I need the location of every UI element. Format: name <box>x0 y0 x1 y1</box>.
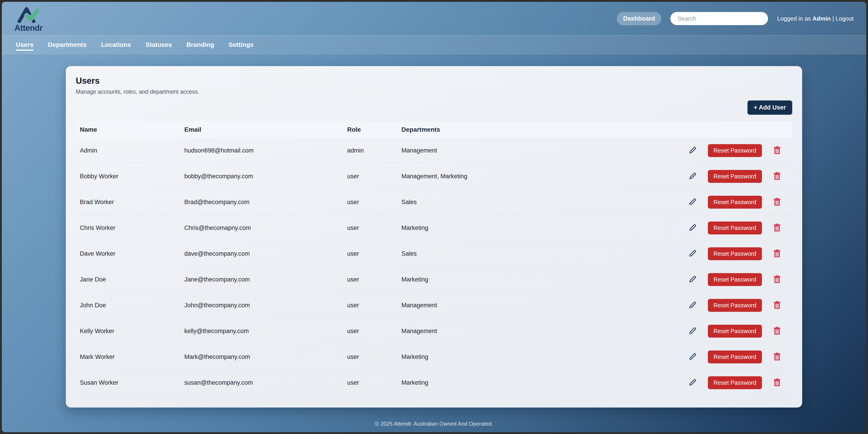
tab-departments[interactable]: Departments <box>48 35 87 54</box>
window-frame: Attendr Dashboard Logged in as Admin | L… <box>0 0 868 434</box>
delete-user-button[interactable] <box>773 378 781 387</box>
cell-departments: Marketing <box>397 215 698 241</box>
delete-user-button[interactable] <box>773 275 781 284</box>
delete-user-button[interactable] <box>773 197 781 207</box>
cell-name: Jane Doe <box>76 267 180 293</box>
pencil-icon <box>688 172 697 181</box>
column-header-name: Name <box>76 121 180 138</box>
cell-role: user <box>343 190 397 215</box>
mountain-check-logo-icon <box>16 6 41 23</box>
edit-user-button[interactable] <box>688 275 697 284</box>
reset-password-button[interactable]: Reset Password <box>708 196 762 209</box>
cell-email: dave@thecompany.com <box>180 241 343 267</box>
edit-user-button[interactable] <box>688 378 697 387</box>
pencil-icon <box>688 378 697 387</box>
table-header-row: Name Email Role Departments <box>76 121 792 138</box>
table-row: Jane Doe Jane@thecompany.com user Market… <box>76 267 792 293</box>
cell-role: user <box>343 267 397 293</box>
reset-password-button[interactable]: Reset Password <box>708 376 762 389</box>
column-header-email: Email <box>180 121 343 138</box>
reset-password-button[interactable]: Reset Password <box>708 247 762 260</box>
edit-user-button[interactable] <box>688 326 697 336</box>
cell-email: Chris@thecomapny.com <box>180 215 343 241</box>
reset-password-button[interactable]: Reset Password <box>708 170 762 183</box>
cell-name: Admin <box>76 138 180 164</box>
edit-user-button[interactable] <box>688 146 697 155</box>
trash-icon <box>773 172 781 181</box>
cell-actions: Reset Password <box>698 190 792 215</box>
delete-user-button[interactable] <box>773 300 781 310</box>
cell-name: Susan Worker <box>76 370 180 396</box>
cell-email: hudson698@hotmail.com <box>180 138 343 164</box>
edit-user-button[interactable] <box>688 352 697 362</box>
cell-actions: Reset Password <box>698 267 792 293</box>
table-row: Brad Worker Brad@thecompany.com user Sal… <box>76 190 792 215</box>
table-row: Bobby Worker bobby@thecompany.com user M… <box>76 164 792 190</box>
cell-email: kelly@thecompany.com <box>180 318 343 344</box>
trash-icon <box>773 275 781 284</box>
trash-icon <box>773 223 781 233</box>
logout-link[interactable]: Logout <box>835 15 854 22</box>
edit-user-button[interactable] <box>688 300 697 310</box>
cell-role: user <box>343 241 397 267</box>
reset-password-button[interactable]: Reset Password <box>708 325 762 338</box>
delete-user-button[interactable] <box>773 223 781 233</box>
tab-statuses[interactable]: Statuses <box>146 35 172 54</box>
tab-branding[interactable]: Branding <box>186 35 214 54</box>
trash-icon <box>773 197 781 207</box>
cell-departments: Marketing <box>397 344 698 370</box>
pencil-icon <box>688 300 697 310</box>
tab-settings[interactable]: Settings <box>229 35 253 54</box>
header-actions: Dashboard Logged in as Admin | Logout <box>617 12 854 25</box>
cell-email: susan@thecompany.com <box>180 370 343 396</box>
edit-user-button[interactable] <box>688 197 697 207</box>
cell-actions: Reset Password <box>698 344 792 370</box>
tab-users[interactable]: Users <box>16 35 33 54</box>
cell-actions: Reset Password <box>698 138 792 164</box>
reset-password-button[interactable]: Reset Password <box>708 350 762 364</box>
pencil-icon <box>688 249 697 259</box>
page-title: Users <box>76 76 792 86</box>
brand-wordmark: Attendr <box>14 23 43 33</box>
cell-email: Brad@thecompany.com <box>180 190 343 215</box>
column-header-role: Role <box>343 121 397 138</box>
tab-locations[interactable]: Locations <box>101 35 131 54</box>
column-header-departments: Departments <box>397 121 698 138</box>
cell-role: user <box>343 293 397 318</box>
search-input[interactable] <box>670 12 768 25</box>
reset-password-button[interactable]: Reset Password <box>708 299 762 312</box>
reset-password-button[interactable]: Reset Password <box>708 222 762 234</box>
main-content: Users Manage accounts, roles, and depart… <box>2 54 866 432</box>
add-user-button[interactable]: + Add User <box>747 100 792 115</box>
reset-password-button[interactable]: Reset Password <box>708 144 762 157</box>
users-table-body: Admin hudson698@hotmail.com admin Manage… <box>76 138 792 396</box>
edit-user-button[interactable] <box>688 223 697 233</box>
cell-departments: Marketing <box>397 370 698 396</box>
edit-user-button[interactable] <box>688 249 697 259</box>
pencil-icon <box>688 275 697 284</box>
cell-name: Chris Worker <box>76 215 180 241</box>
table-row: Kelly Worker kelly@thecompany.com user M… <box>76 318 792 344</box>
delete-user-button[interactable] <box>773 249 781 259</box>
cell-departments: Management <box>397 293 698 318</box>
delete-user-button[interactable] <box>773 172 781 181</box>
login-status: Logged in as Admin | Logout <box>777 15 854 22</box>
dashboard-button[interactable]: Dashboard <box>617 12 661 25</box>
main-nav: Users Departments Locations Statuses Bra… <box>2 35 866 54</box>
cell-role: user <box>343 318 397 344</box>
cell-name: Brad Worker <box>76 190 180 215</box>
cell-departments: Management, Marketing <box>397 164 698 190</box>
trash-icon <box>773 146 781 155</box>
cell-role: user <box>343 370 397 396</box>
cell-departments: Sales <box>397 241 698 267</box>
edit-user-button[interactable] <box>688 172 697 181</box>
card-toolbar: + Add User <box>76 100 792 115</box>
delete-user-button[interactable] <box>773 146 781 155</box>
delete-user-button[interactable] <box>773 352 781 362</box>
cell-actions: Reset Password <box>698 318 792 344</box>
pencil-icon <box>688 197 697 207</box>
delete-user-button[interactable] <box>773 326 781 336</box>
table-row: John Doe John@thecompany.com user Manage… <box>76 293 792 318</box>
reset-password-button[interactable]: Reset Password <box>708 273 762 286</box>
cell-name: Bobby Worker <box>76 164 180 190</box>
